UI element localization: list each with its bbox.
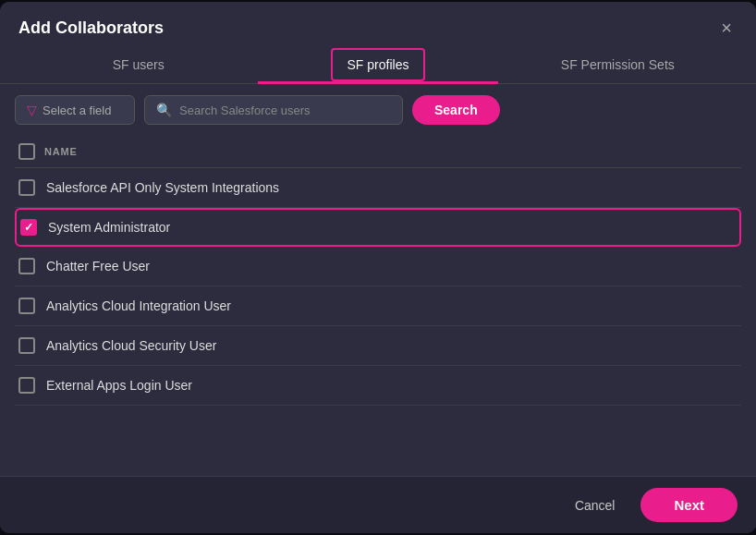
modal-overlay: Add Collaborators × SF users SF profiles… xyxy=(0,0,756,535)
list-item[interactable]: External Apps Login User xyxy=(15,366,741,406)
profiles-list: NAME Salesforce API Only System Integrat… xyxy=(0,136,756,476)
select-all-checkbox[interactable] xyxy=(18,143,35,160)
filter-icon: ▽ xyxy=(27,103,37,117)
item-label: Analytics Cloud Integration User xyxy=(46,298,231,313)
item-checkbox-chatter-free[interactable] xyxy=(18,258,35,274)
field-select-label: Select a field xyxy=(43,103,111,117)
item-checkbox-salesforce-api[interactable] xyxy=(18,179,35,196)
field-select-dropdown[interactable]: ▽ Select a field xyxy=(15,95,135,125)
next-button[interactable]: Next xyxy=(640,488,738,522)
search-button[interactable]: Search xyxy=(412,95,500,125)
tabs-bar: SF users SF profiles SF Permission Sets xyxy=(0,48,756,84)
modal-header: Add Collaborators × xyxy=(0,2,756,39)
tab-sf-profiles[interactable]: SF profiles xyxy=(258,48,497,84)
item-label: Chatter Free User xyxy=(46,259,150,274)
search-input[interactable] xyxy=(179,103,391,117)
item-label: Salesforce API Only System Integrations xyxy=(46,180,279,195)
cancel-button[interactable]: Cancel xyxy=(560,491,630,520)
add-collaborators-modal: Add Collaborators × SF users SF profiles… xyxy=(0,2,756,533)
name-column-header: NAME xyxy=(44,146,78,157)
list-item[interactable]: Analytics Cloud Security User xyxy=(15,326,741,366)
list-item[interactable]: Chatter Free User xyxy=(15,247,741,286)
column-header: NAME xyxy=(15,136,741,168)
item-checkbox-analytics-security[interactable] xyxy=(18,337,35,354)
item-label: Analytics Cloud Security User xyxy=(46,338,216,353)
tab-sf-permission-sets[interactable]: SF Permission Sets xyxy=(498,48,738,84)
search-icon: 🔍 xyxy=(156,103,172,117)
list-item[interactable]: Analytics Cloud Integration User xyxy=(15,286,741,326)
checkmark-icon: ✓ xyxy=(24,221,33,234)
tab-sf-users[interactable]: SF users xyxy=(18,48,258,84)
search-input-wrap: 🔍 xyxy=(144,95,403,125)
modal-title: Add Collaborators xyxy=(18,18,164,38)
list-item[interactable]: ✓ System Administrator xyxy=(15,208,741,247)
modal-footer: Cancel Next xyxy=(0,476,756,533)
toolbar: ▽ Select a field 🔍 Search xyxy=(0,84,756,136)
item-checkbox-external-apps[interactable] xyxy=(18,377,35,394)
item-label: External Apps Login User xyxy=(46,378,192,393)
item-checkbox-analytics-integration[interactable] xyxy=(18,298,35,314)
item-checkbox-system-admin[interactable]: ✓ xyxy=(20,219,37,236)
item-label: System Administrator xyxy=(48,220,170,235)
close-button[interactable]: × xyxy=(715,17,738,39)
list-item[interactable]: Salesforce API Only System Integrations xyxy=(15,168,741,208)
